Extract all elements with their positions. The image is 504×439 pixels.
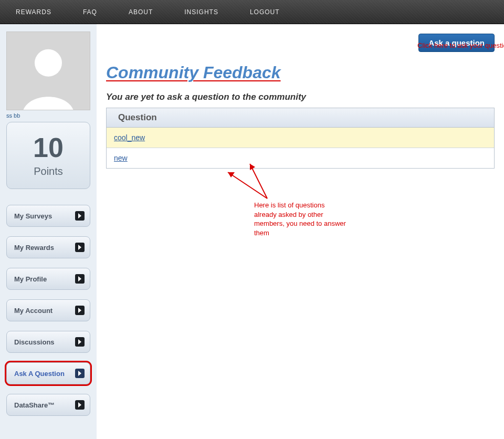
sidebar: ss bb 10 Points My Surveys My Rewards My… xyxy=(0,24,97,439)
sidebar-item-label: My Account xyxy=(14,307,52,315)
avatar-placeholder-icon xyxy=(17,43,80,110)
sidebar-item-ask-a-question[interactable]: Ask A Question xyxy=(6,362,90,384)
play-icon xyxy=(75,400,85,410)
points-value: 10 xyxy=(7,132,90,163)
sidebar-item-data-share[interactable]: DataShare™ xyxy=(6,394,90,416)
username-label: ss bb xyxy=(6,112,90,119)
sidebar-item-label: Ask A Question xyxy=(14,370,65,378)
points-label: Points xyxy=(7,165,90,177)
points-card: 10 Points xyxy=(6,122,90,189)
sidebar-item-my-rewards[interactable]: My Rewards xyxy=(6,236,90,258)
sidebar-item-label: My Surveys xyxy=(14,212,52,220)
svg-line-3 xyxy=(228,172,267,198)
play-icon xyxy=(75,369,85,378)
play-icon xyxy=(75,274,85,284)
sidebar-item-my-account[interactable]: My Account xyxy=(6,299,90,321)
sidebar-item-label: DataShare™ xyxy=(14,401,55,409)
question-link[interactable]: cool_new xyxy=(114,133,145,142)
svg-point-0 xyxy=(35,49,62,77)
avatar xyxy=(6,32,90,110)
sidebar-item-my-profile[interactable]: My Profile xyxy=(6,268,90,290)
table-row: cool_new xyxy=(107,128,494,148)
play-icon xyxy=(75,306,85,315)
nav-logout[interactable]: LOGOUT xyxy=(250,8,280,16)
top-nav: REWARDS FAQ ABOUT INSIGHTS LOGOUT xyxy=(0,0,504,24)
play-icon xyxy=(75,211,85,221)
nav-insights[interactable]: INSIGHTS xyxy=(184,8,218,16)
question-table-header: Question xyxy=(107,108,494,128)
question-link[interactable]: new xyxy=(114,154,128,162)
page-subtitle: You are yet to ask a question to the com… xyxy=(106,92,495,102)
nav-rewards[interactable]: REWARDS xyxy=(16,8,51,16)
play-icon xyxy=(75,243,85,252)
sidebar-item-discussions[interactable]: Discussions xyxy=(6,331,90,353)
sidebar-item-my-surveys[interactable]: My Surveys xyxy=(6,205,90,227)
svg-marker-4 xyxy=(228,172,235,177)
page-title: Community Feedback xyxy=(106,63,281,82)
annotation-list: Here is list of questions already asked … xyxy=(254,201,349,237)
svg-line-5 xyxy=(250,164,267,198)
sidebar-item-label: My Rewards xyxy=(14,244,54,252)
main-content: Ask a question Click here to ask your qu… xyxy=(97,24,504,439)
sidebar-item-label: Discussions xyxy=(14,338,55,346)
nav-faq[interactable]: FAQ xyxy=(83,8,97,16)
annotation-ask: Click here to ask your question xyxy=(417,41,504,50)
question-table: Question cool_new new xyxy=(106,108,495,169)
table-row: new xyxy=(107,148,494,168)
nav-about[interactable]: ABOUT xyxy=(129,8,153,16)
sidebar-item-label: My Profile xyxy=(14,275,47,283)
play-icon xyxy=(75,337,85,347)
